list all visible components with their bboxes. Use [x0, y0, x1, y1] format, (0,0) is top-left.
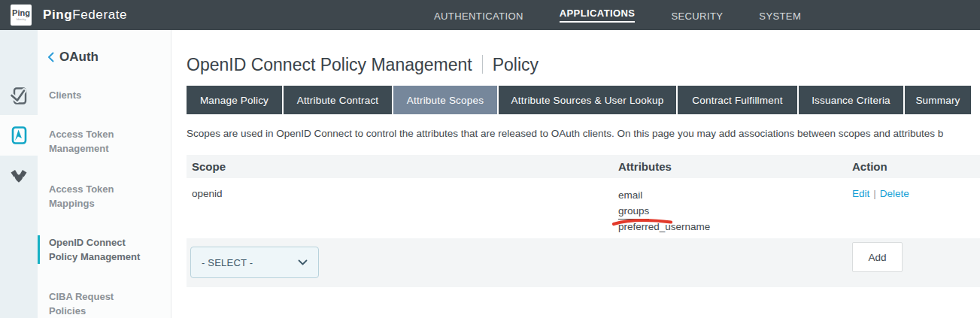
attribute-email: email: [618, 188, 852, 204]
main-content: OpenID Connect Policy ManagementPolicy M…: [171, 30, 980, 318]
page-description: Scopes are used in OpenID Connect to con…: [187, 128, 980, 139]
scope-cell: openid: [187, 188, 618, 235]
oauth-book-icon[interactable]: [0, 123, 38, 147]
tab-issuance-criteria[interactable]: Issuance Criteria: [799, 86, 903, 114]
page-title-main: OpenID Connect Policy Management: [187, 55, 472, 74]
tab-attribute-contract[interactable]: Attribute Contract: [284, 86, 392, 114]
tab-summary[interactable]: Summary: [905, 86, 971, 114]
clipboard-check-icon[interactable]: [0, 83, 38, 108]
nav-security[interactable]: SECURITY: [671, 9, 723, 22]
action-cell: Edit|Delete: [852, 188, 980, 235]
scopes-table: Scope Attributes Action openid email gro…: [187, 155, 980, 242]
nav-authentication[interactable]: AUTHENTICATION: [434, 9, 523, 22]
column-header-attributes: Attributes: [618, 160, 852, 173]
nav-applications[interactable]: APPLICATIONS: [560, 8, 636, 23]
tab-attribute-sources-user-lookup[interactable]: Attribute Sources & User Lookup: [499, 86, 676, 114]
product-name-bold: Ping: [43, 8, 72, 22]
page-title: OpenID Connect Policy ManagementPolicy: [187, 55, 539, 75]
edit-link[interactable]: Edit: [852, 188, 869, 199]
ping-identity-logo: Ping Identity: [11, 5, 32, 26]
tab-manage-policy[interactable]: Manage Policy: [187, 86, 282, 114]
product-name-rest: Federate: [72, 8, 127, 22]
sidebar-item-clients[interactable]: Clients: [49, 88, 147, 102]
tab-attribute-scopes[interactable]: Attribute Scopes: [393, 86, 497, 114]
scope-select-dropdown[interactable]: - SELECT -: [190, 247, 319, 278]
delete-link[interactable]: Delete: [880, 188, 909, 199]
federation-paw-icon[interactable]: [0, 164, 38, 189]
sidebar-item-ciba-request-policies[interactable]: CIBA Request Policies: [49, 289, 147, 318]
sidebar-section-title: OAuth: [59, 50, 99, 65]
scope-select-value: - SELECT -: [202, 257, 253, 268]
chevron-down-icon: [298, 259, 308, 265]
sidebar-item-access-token-mappings[interactable]: Access Token Mappings: [49, 182, 147, 210]
column-header-action: Action: [852, 160, 980, 173]
sidebar-item-openid-connect-policy-management[interactable]: OpenID Connect Policy Management: [38, 235, 147, 264]
chevron-left-icon: [47, 52, 54, 62]
table-header-row: Scope Attributes Action: [187, 155, 980, 178]
sidebar-back-oauth[interactable]: OAuth: [47, 50, 99, 65]
tab-bar: Manage Policy Attribute Contract Attribu…: [187, 86, 972, 114]
attribute-preferred-username: preferred_username: [618, 220, 852, 235]
sidebar: OAuth Clients Access Token Management Ac…: [38, 30, 171, 318]
sidebar-item-access-token-management[interactable]: Access Token Management: [49, 127, 147, 156]
table-row: openid email groups preferred_username E…: [187, 178, 980, 242]
logo-subtext: Identity: [17, 18, 26, 21]
column-header-scope: Scope: [187, 160, 618, 173]
add-scope-row: - SELECT - Add: [187, 238, 980, 287]
attribute-groups: groups: [618, 204, 649, 220]
title-divider: [482, 55, 483, 74]
top-navigation: AUTHENTICATION APPLICATIONS SECURITY SYS…: [434, 0, 801, 30]
nav-system[interactable]: SYSTEM: [759, 9, 801, 22]
add-button[interactable]: Add: [852, 242, 903, 272]
tab-contract-fulfillment[interactable]: Contract Fulfillment: [678, 86, 797, 114]
icon-strip: [0, 30, 38, 318]
attributes-cell: email groups preferred_username: [618, 188, 852, 235]
action-separator: |: [873, 188, 876, 199]
page-title-sub: Policy: [493, 55, 539, 74]
product-name: PingFederate: [43, 8, 127, 23]
topbar: Ping Identity PingFederate AUTHENTICATIO…: [0, 0, 980, 30]
logo-word: Ping: [12, 9, 30, 17]
